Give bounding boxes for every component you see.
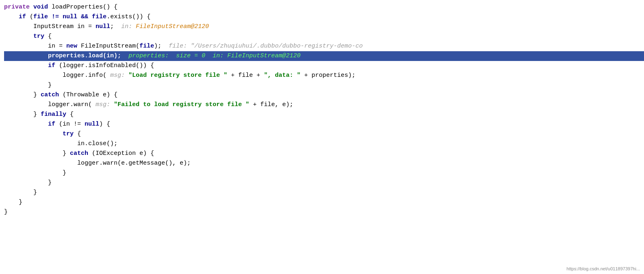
code-line: } catch (IOException e) { <box>4 149 644 159</box>
code-line: InputStream in = null; in: FileInputStre… <box>4 22 644 32</box>
code-line: in = new FileInputStream(file); file: "/… <box>4 41 644 51</box>
code-line: try { <box>4 129 644 139</box>
code-line: if (logger.isInfoEnabled()) { <box>4 61 644 71</box>
code-line: properties.load(in); properties: size = … <box>4 51 644 61</box>
code-line: } catch (Throwable e) { <box>4 90 644 100</box>
code-viewer: private void loadProperties() { if (file… <box>0 0 644 274</box>
code-line: } <box>4 188 644 198</box>
code-line: logger.info( msg: "Load registry store f… <box>4 71 644 80</box>
code-line: if (file != null && file.exists()) { <box>4 12 644 22</box>
code-line: in.close(); <box>4 139 644 149</box>
code-line: } <box>4 80 644 90</box>
code-line: if (in != null) { <box>4 120 644 129</box>
code-line: } <box>4 168 644 178</box>
code-line: logger.warn(e.getMessage(), e); <box>4 159 644 168</box>
code-line: logger.warn( msg: "Failed to load regist… <box>4 100 644 110</box>
code-line: private void loadProperties() { <box>4 2 644 12</box>
footer-url: https://blog.csdn.net/u011897397hi... <box>567 265 640 272</box>
code-line: } <box>4 178 644 188</box>
code-line: } finally { <box>4 110 644 120</box>
code-line: try { <box>4 32 644 41</box>
code-lines: private void loadProperties() { if (file… <box>4 2 644 217</box>
code-line: } <box>4 198 644 207</box>
code-line: } <box>4 207 644 217</box>
